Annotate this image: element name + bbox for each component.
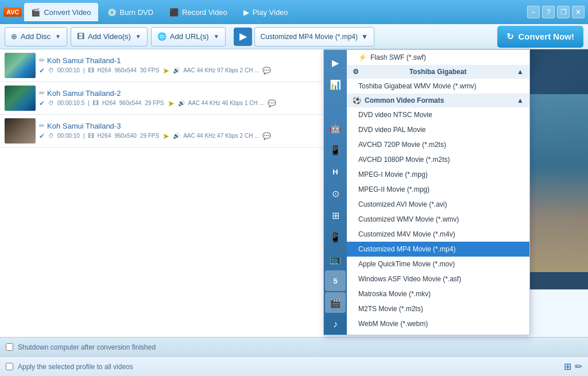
format-label: Customized M4V Movie (*.m4v) (358, 230, 455, 238)
format-item-dvd-pal[interactable]: DVD video PAL Movie (347, 122, 529, 137)
convert-arrow-icon: ➤ (163, 131, 169, 141)
sidebar-icon-android[interactable]: 🤖 (325, 118, 346, 138)
format-label: Customized AVI Movie (*.avi) (358, 200, 447, 208)
tab-dvd[interactable]: 💿 Burn DVD (100, 3, 161, 21)
add-profile-icon[interactable]: ⊞ (564, 361, 571, 372)
format-item-webm[interactable]: WebM Movie (*.webm) (347, 316, 529, 331)
tab-convert[interactable]: 🎬 Convert Video (24, 3, 98, 21)
add-url-button[interactable]: 🌐 Add URL(s) ▼ (151, 27, 226, 46)
format-list: ⚡ Flash SWF (*.swf) ⚙ Toshiba Gigabeat ▲… (347, 50, 529, 335)
format-item-m2ts[interactable]: M2TS Movie (*.m2ts) (347, 301, 529, 316)
format-item-avchd-720[interactable]: AVCHD 720P Movie (*.m2ts) (347, 137, 529, 152)
play-tab-label: Play Video (253, 8, 288, 17)
main-area: ✏ Koh Samui Thailand-1 ✔ ⏱ 00:00:10 | 🎞 … (0, 49, 588, 337)
edit-profile-icon[interactable]: ✏ (575, 361, 582, 372)
sidebar-icon-other-phone[interactable]: 📱 (325, 139, 346, 160)
thumbnail (5, 86, 36, 111)
format-item-avi[interactable]: Customized AVI Movie (*.avi) (347, 197, 529, 212)
close-button[interactable]: ✕ (572, 6, 585, 18)
resolution: 960x544 (119, 100, 141, 106)
file-list: ✏ Koh Samui Thailand-1 ✔ ⏱ 00:00:10 | 🎞 … (0, 49, 324, 337)
restore-button[interactable]: ❐ (557, 6, 570, 18)
fps: 29 FPS (140, 133, 159, 139)
sidebar-icon-video-active[interactable]: 🎬 (325, 292, 346, 313)
add-video-arrow-icon: ▼ (136, 33, 141, 40)
thumbnail (5, 53, 36, 78)
checkbox-icon[interactable]: ✔ (39, 132, 45, 140)
sidebar-icon-chart[interactable]: 📊 (325, 74, 346, 95)
edit-icon[interactable]: ✏ (39, 56, 45, 64)
format-item-mpeg2[interactable]: MPEG-II Movie (*.mpg) (347, 182, 529, 197)
help-button[interactable]: ? (542, 6, 555, 18)
apply-profile-label: Apply the selected profile to all videos (18, 363, 133, 371)
add-url-icon: 🌐 (157, 32, 167, 41)
sidebar-icon-html5[interactable]: 5 (325, 270, 346, 291)
add-video-button[interactable]: 🎞 Add Video(s) ▼ (71, 27, 148, 46)
record-tab-icon: ⬛ (169, 8, 179, 17)
shutdown-checkbox[interactable] (6, 343, 13, 351)
toshiba-section-header: ⚙ Toshiba Gigabeat ▲ (347, 65, 529, 79)
record-tab-label: Record Video (182, 8, 227, 17)
format-category-sidebar: ▶ 📊 🤖 📱 H ⊙ ⊞ 📱 📺 5 🎬 ♪ (324, 50, 347, 335)
format-item-mov[interactable]: Apple QuickTime Movie (*.mov) (347, 257, 529, 272)
thumb-image (5, 118, 36, 144)
format-label: MPEG-II Movie (*.mpg) (358, 185, 430, 193)
message-icon[interactable]: 💬 (262, 67, 271, 75)
add-video-label: Add Video(s) (88, 32, 131, 41)
sidebar-icon-video[interactable]: ▶ (325, 52, 346, 73)
format-label: AVCHD 1080P Movie (*.m2ts) (358, 156, 450, 164)
minimize-button[interactable]: – (527, 6, 540, 18)
film-icon: 🎞 (88, 67, 94, 73)
toolbar: ⊕ Add Disc ▼ 🎞 Add Video(s) ▼ 🌐 Add URL(… (0, 24, 588, 49)
thumb-image (5, 86, 36, 111)
edit-icon[interactable]: ✏ (39, 89, 45, 97)
message-icon[interactable]: 💬 (268, 99, 276, 107)
convert-now-button[interactable]: ↻ Convert Now! (497, 26, 584, 48)
edit-icon[interactable]: ✏ (39, 122, 45, 130)
apply-profile-checkbox[interactable] (6, 363, 13, 370)
file-name-label: Koh Samui Thailand-3 (47, 122, 121, 130)
format-item-flash-swf[interactable]: ⚡ Flash SWF (*.swf) (347, 50, 529, 65)
convert-refresh-icon: ↻ (506, 32, 514, 42)
clock-icon: ⏱ (48, 133, 54, 139)
shutdown-label: Shutdown computer after conversion finis… (18, 343, 156, 351)
format-dropdown[interactable]: Customized MP4 Movie (*.mp4) ▼ (254, 27, 374, 46)
sidebar-icon-apple[interactable] (325, 96, 346, 117)
format-item-avchd-1080[interactable]: AVCHD 1080P Movie (*.m2ts) (347, 152, 529, 167)
tab-play[interactable]: ▶ Play Video (237, 3, 295, 21)
tab-record[interactable]: ⬛ Record Video (163, 3, 234, 21)
codec: H264 (98, 67, 111, 73)
sidebar-icon-windows[interactable]: ⊞ (325, 205, 346, 226)
format-label: Apple QuickTime Movie (*.mov) (358, 260, 455, 268)
format-label: Windows ASF Video Movie (*.asf) (358, 275, 461, 283)
sidebar-icon-music[interactable]: ♪ (325, 314, 346, 335)
sidebar-icon-tv[interactable]: 📺 (325, 249, 346, 269)
sidebar-icon-huawei[interactable]: H (325, 161, 346, 182)
add-disc-button[interactable]: ⊕ Add Disc ▼ (5, 27, 67, 46)
audio: AAC 44 KHz 46 Kbps 1 CH ... (188, 100, 264, 106)
message-icon[interactable]: 💬 (262, 132, 271, 140)
format-label: Flash SWF (*.swf) (370, 53, 426, 61)
format-item-mkv[interactable]: Matroska Movie (*.mkv) (347, 286, 529, 301)
format-selector[interactable]: ▶ Customized MP4 Movie (*.mp4) ▼ (234, 27, 374, 46)
format-item-mp4[interactable]: Customized MP4 Movie (*.mp4) (347, 242, 529, 257)
format-label: WebM Movie (*.webm) (358, 320, 428, 328)
format-item-toshiba-wmv[interactable]: Toshiba Gigabeat WMV Movie (*.wmv) (347, 79, 529, 94)
convert-label: Convert Now! (519, 32, 575, 41)
file-name-label: Koh Samui Thailand-2 (47, 89, 121, 98)
format-item-mpeg1[interactable]: MPEG-I Movie (*.mpg) (347, 167, 529, 182)
sidebar-icon-lg[interactable]: ⊙ (325, 183, 346, 204)
fps: 30 FPS (140, 67, 159, 73)
format-item-m4v[interactable]: Customized M4V Movie (*.m4v) (347, 227, 529, 242)
film-icon: 🎞 (93, 100, 99, 106)
checkbox-icon[interactable]: ✔ (39, 67, 45, 75)
format-label: MPEG-I Movie (*.mpg) (358, 170, 428, 179)
file-info: ✏ Koh Samui Thailand-3 ✔ ⏱ 00:00:10 | 🎞 … (39, 122, 319, 141)
sidebar-icon-mobile[interactable]: 📱 (325, 227, 346, 247)
checkbox-icon[interactable]: ✔ (39, 99, 45, 107)
format-item-asf[interactable]: Windows ASF Video Movie (*.asf) (347, 272, 529, 286)
format-label: DVD video NTSC Movie (358, 111, 432, 119)
format-item-wmv[interactable]: Customized WMV Movie (*.wmv) (347, 212, 529, 227)
format-item-dvd-ntsc[interactable]: DVD video NTSC Movie (347, 107, 529, 122)
format-label: Toshiba Gigabeat WMV Movie (*.wmv) (358, 82, 476, 90)
